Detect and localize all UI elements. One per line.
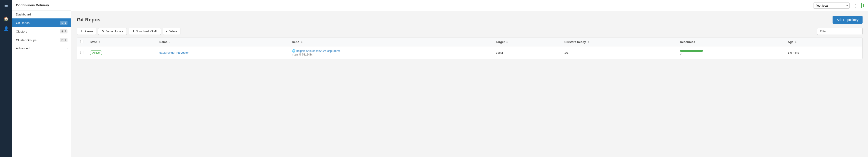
cell-name: capiprovider-harvester: [156, 46, 288, 59]
sort-repo-icon[interactable]: ⇕: [301, 41, 303, 44]
chevron-right-icon: ›: [67, 47, 67, 50]
col-header-clusters-ready: Clusters Ready ⇕: [561, 38, 677, 46]
force-update-icon: ↻: [101, 30, 104, 33]
resources-progress-bar: [680, 50, 703, 52]
page-title: Git Repos: [77, 17, 100, 23]
sort-clusters-ready-icon[interactable]: ⇕: [587, 41, 589, 44]
topbar: fleet-local fleet-default ⋮: [71, 0, 868, 11]
toolbar: ⏸ Pause ↻ Force Update ⬇ Download YAML ▪…: [77, 28, 863, 35]
delete-button[interactable]: ▪ Delete: [163, 28, 180, 35]
topbar-more-icon[interactable]: ⋮: [852, 2, 859, 9]
repo-url-link[interactable]: 🌐 belgaied2/susecon2024-capi-demo: [292, 49, 341, 53]
logo-bar-1: [861, 3, 862, 8]
force-update-button[interactable]: ↻ Force Update: [98, 28, 127, 35]
repo-globe-icon: 🌐: [292, 49, 296, 53]
page-header: Git Repos Add Repository: [77, 16, 863, 24]
sidebar-item-label: Advanced: [16, 47, 30, 50]
badge-count: 1: [65, 21, 66, 24]
sidebar-badge-git-repos: ⊟ 1: [60, 21, 67, 25]
col-header-target: Target ⇕: [493, 38, 561, 46]
logo-bar-2: [863, 4, 864, 7]
cell-resources: 2: [677, 46, 785, 59]
sort-name-icon[interactable]: ↓: [169, 41, 170, 44]
table-body: Active capiprovider-harvester 🌐 belgaied…: [77, 46, 862, 59]
sidebar-badge-cluster-groups: ⊟ 1: [60, 38, 67, 42]
table-row: Active capiprovider-harvester 🌐 belgaied…: [77, 46, 862, 59]
cell-clusters-ready: 1/1: [561, 46, 677, 59]
pause-label: Pause: [85, 30, 93, 33]
pause-icon: ⏸: [80, 30, 83, 33]
hamburger-menu-icon[interactable]: ☰: [2, 3, 10, 11]
main-content: fleet-local fleet-default ⋮ Git Repos Ad…: [71, 0, 868, 157]
col-header-name: Name ↓: [156, 38, 288, 46]
badge-count: 1: [65, 38, 66, 42]
delete-label: Delete: [168, 30, 177, 33]
status-badge: Active: [90, 50, 102, 55]
table-header: State ⇕ Name ↓ Repo ⇕ Target: [77, 38, 862, 46]
cell-age: 1.6 mins: [785, 46, 849, 59]
git-repos-table: State ⇕ Name ↓ Repo ⇕ Target: [77, 37, 863, 59]
row-actions-icon[interactable]: ⋮: [853, 50, 859, 55]
badge-count: 1: [65, 30, 66, 33]
cell-repo: 🌐 belgaied2/susecon2024-capi-demo main @…: [289, 46, 493, 59]
sort-target-icon[interactable]: ⇕: [506, 41, 508, 44]
context-selector-wrapper: fleet-local fleet-default: [813, 2, 849, 9]
sidebar-item-clusters[interactable]: Clusters ⊟ 1: [12, 27, 71, 36]
repo-ref: main @ 531248c: [292, 53, 490, 56]
badge-icon: ⊟: [61, 30, 64, 33]
sidebar-item-label: Git Repos: [16, 21, 30, 25]
topbar-logo: [861, 3, 864, 8]
user-icon[interactable]: 👤: [2, 25, 10, 33]
sort-state-icon[interactable]: ⇕: [98, 41, 100, 44]
sort-age-icon[interactable]: ⇕: [795, 41, 797, 44]
add-repository-button[interactable]: Add Repository: [833, 16, 863, 24]
filter-input[interactable]: [817, 28, 863, 35]
repo-url-text: belgaied2/susecon2024-capi-demo: [296, 49, 341, 53]
cell-target: Local: [493, 46, 561, 59]
context-selector[interactable]: fleet-local fleet-default: [813, 2, 849, 9]
download-icon: ⬇: [132, 30, 134, 33]
page-body: Git Repos Add Repository ⏸ Pause ↻ Force…: [71, 11, 868, 157]
sidebar-badge-clusters: ⊟ 1: [60, 29, 67, 33]
delete-icon: ▪: [166, 30, 167, 33]
home-icon[interactable]: 🏠: [2, 15, 10, 23]
sidebar-item-advanced[interactable]: Advanced ›: [12, 44, 71, 52]
sidebar-item-label: Clusters: [16, 30, 27, 33]
badge-icon: ⊟: [61, 38, 64, 42]
table: State ⇕ Name ↓ Repo ⇕ Target: [77, 38, 862, 59]
download-yaml-button[interactable]: ⬇ Download YAML: [129, 28, 161, 35]
col-header-resources: Resources: [677, 38, 785, 46]
force-update-label: Force Update: [105, 30, 123, 33]
sidebar-item-label: Cluster Groups: [16, 38, 37, 42]
row-checkbox[interactable]: [80, 51, 83, 54]
select-all-checkbox[interactable]: [80, 40, 83, 43]
badge-icon: ⊟: [61, 21, 64, 24]
sidebar-item-dashboard[interactable]: Dashboard: [12, 10, 71, 19]
sidebar-item-git-repos[interactable]: Git Repos ⊟ 1: [12, 19, 71, 27]
repo-name-link[interactable]: capiprovider-harvester: [159, 51, 189, 54]
col-header-repo: Repo ⇕: [289, 38, 493, 46]
download-yaml-label: Download YAML: [136, 30, 158, 33]
resources-progress-fill: [680, 50, 703, 52]
resource-count: 2: [680, 52, 781, 55]
icon-rail: ☰ 🏠 👤: [0, 0, 12, 157]
sidebar: Continuous Delivery Dashboard Git Repos …: [12, 0, 71, 157]
col-header-age: Age ⇕: [785, 38, 849, 46]
sidebar-item-cluster-groups[interactable]: Cluster Groups ⊟ 1: [12, 36, 71, 44]
cell-state: Active: [87, 46, 156, 59]
sidebar-item-label: Dashboard: [16, 13, 31, 16]
sidebar-header: Continuous Delivery: [12, 0, 71, 10]
col-header-state: State ⇕: [87, 38, 156, 46]
pause-button[interactable]: ⏸ Pause: [77, 28, 96, 35]
